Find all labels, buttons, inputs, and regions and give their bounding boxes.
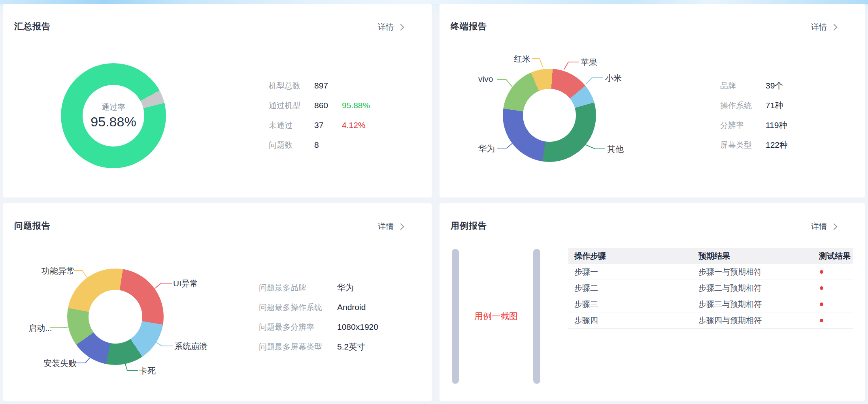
table-row: 步骤四 步骤四与预期相符 [568,312,853,329]
stat-percent: 95.88% [342,101,370,110]
stat-row: 问题最多品牌 华为 [259,278,378,297]
table-row: 步骤三 步骤三与预期相符 [568,296,853,312]
stat-value: Android [337,303,366,312]
result-status-dot [820,319,823,322]
card-title: 用例报告 [451,220,487,232]
card-title: 问题报告 [14,220,51,232]
terminal-stats: 品牌 39个 操作系统 71种 分辨率 119种 屏幕类型 122种 [720,76,793,155]
slice-label-system-crash: 系统崩溃 [174,341,208,352]
stat-value: 39个 [766,80,793,91]
stat-row: 机型总数 897 [269,76,370,96]
phone-frame-right-bar [533,249,540,384]
detail-link[interactable]: 详情 [811,22,836,32]
case-steps-table: 操作步骤 预期结果 测试结果 步骤一 步骤一与预期相符 步骤二 步骤二与预期相符… [568,248,853,329]
stat-value: 5.2英寸 [337,341,365,352]
table-row: 步骤二 步骤二与预期相符 [568,280,853,296]
cell-expected: 步骤四与预期相符 [698,315,790,326]
stat-row: 问题数 8 [269,135,370,155]
stat-value: 71种 [766,100,793,111]
slice-label-other: 其他 [607,144,624,155]
result-status-dot [820,286,823,290]
slice-label-freeze: 卡死 [139,365,156,376]
detail-link[interactable]: 详情 [378,221,403,232]
stat-value: 860 [314,101,342,110]
stat-label: 问题最多分辨率 [259,322,337,333]
stat-label: 问题最多操作系统 [259,302,337,313]
result-status-dot [820,303,823,306]
stat-label: 机型总数 [269,81,314,91]
slice-label-redmi: 红米 [514,53,530,64]
case-screenshot-label: 用例一截图 [459,249,533,384]
column-header-result: 测试结果 [790,251,853,261]
table-header-row: 操作步骤 预期结果 测试结果 [568,248,853,264]
pass-rate-donut-chart: 通过率 95.88% [61,63,166,168]
issue-stats: 问题最多品牌 华为 问题最多操作系统 Android 问题最多分辨率 1080x… [259,278,378,357]
issue-report-card: 问题报告 详情 功能异常 UI异常 启动... 系统崩溃 安装失败 卡死 问题最… [3,203,432,401]
detail-link[interactable]: 详情 [811,221,836,232]
stat-label: 通过机型 [269,100,314,111]
stat-label: 问题数 [269,140,314,150]
donut-center-label: 通过率 [102,102,125,113]
slice-label-xiaomi: 小米 [605,73,622,84]
stat-row: 品牌 39个 [720,76,793,96]
stat-value: 华为 [337,282,354,293]
cell-step: 步骤三 [568,299,698,310]
stat-label: 操作系统 [720,100,766,111]
slice-label-ui-abnormal: UI异常 [173,278,198,289]
detail-link-label: 详情 [811,22,827,32]
slice-label-install-failed: 安装失败 [43,358,77,369]
donut-center [523,89,576,142]
stat-label: 品牌 [720,81,766,91]
card-title: 汇总报告 [14,21,51,32]
stat-row: 问题最多屏幕类型 5.2英寸 [259,337,378,357]
stat-label: 屏幕类型 [720,140,766,150]
stat-row: 问题最多操作系统 Android [259,297,378,317]
case-screenshot-placeholder: 用例一截图 [452,249,540,384]
slice-label-huawei: 华为 [478,143,495,154]
issue-type-donut-chart [67,269,164,365]
summary-report-card: 汇总报告 详情 通过率 95.88% 机型总数 897 通过机型 860 95.… [3,4,432,197]
donut-leader-lines [440,4,865,197]
dashboard: 汇总报告 详情 通过率 95.88% 机型总数 897 通过机型 860 95.… [0,0,868,404]
stat-row: 未通过 37 4.12% [269,115,370,135]
column-header-expected: 预期结果 [698,251,790,261]
stat-row: 屏幕类型 122种 [720,135,793,155]
slice-label-startup: 启动... [28,323,52,334]
chevron-right-icon [398,224,404,230]
donut-center-value: 95.88% [91,114,136,130]
donut-center: 通过率 95.88% [83,85,145,147]
stat-value: 122种 [766,139,793,150]
cell-step: 步骤一 [568,267,698,277]
cell-expected: 步骤二与预期相符 [698,283,790,293]
stat-label: 分辨率 [720,120,766,131]
phone-frame-left-bar [452,249,459,384]
detail-link-label: 详情 [811,221,827,232]
slice-label-apple: 苹果 [581,57,597,68]
slice-label-vivo: vivo [478,74,493,84]
detail-link[interactable]: 详情 [378,22,403,32]
usecase-report-card: 用例报告 详情 用例一截图 操作步骤 预期结果 测试结果 步骤一 步骤一与预期相… [440,203,865,401]
cell-expected: 步骤三与预期相符 [698,299,790,310]
stat-row: 问题最多分辨率 1080x1920 [259,317,378,337]
cell-expected: 步骤一与预期相符 [698,267,790,277]
stat-value: 897 [314,81,342,90]
stat-percent: 4.12% [342,120,366,130]
chevron-right-icon [831,24,838,31]
stat-row: 分辨率 119种 [720,115,793,135]
cell-step: 步骤二 [568,283,698,293]
detail-link-label: 详情 [378,22,394,32]
stat-row: 通过机型 860 95.88% [269,96,370,115]
chevron-right-icon [831,224,838,230]
summary-stats: 机型总数 897 通过机型 860 95.88% 未通过 37 4.12% 问题… [269,76,370,155]
stat-value: 8 [314,140,342,150]
detail-link-label: 详情 [378,221,394,232]
terminal-report-card: 终端报告 详情 红米 苹果 小米 vivo 华为 其他 品牌 39个 [440,4,865,197]
slice-label-func-abnormal: 功能异常 [42,265,75,276]
chevron-right-icon [398,24,404,31]
card-title: 终端报告 [451,21,487,32]
stat-value: 119种 [766,120,793,131]
brand-donut-chart [503,69,596,162]
stat-row: 操作系统 71种 [720,96,793,115]
column-header-step: 操作步骤 [568,251,698,261]
result-status-dot [820,270,823,274]
